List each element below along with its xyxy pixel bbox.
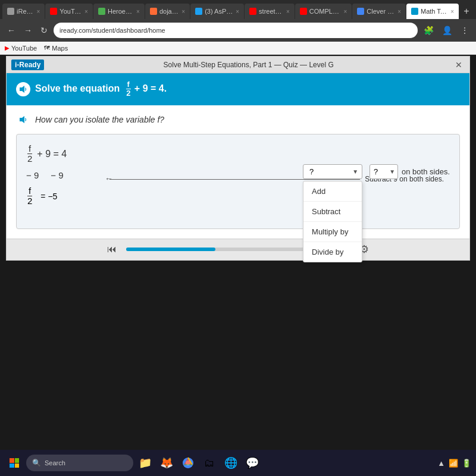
- profile-icon[interactable]: 👤: [440, 24, 455, 36]
- discord-icon: 💬: [246, 456, 259, 469]
- sub-speaker-icon[interactable]: [16, 112, 30, 127]
- tab-bar: iReady × YouTube × Heroes -C × doja cat …: [0, 0, 476, 19]
- speaker-icon[interactable]: [16, 82, 30, 96]
- address-bar[interactable]: iready.com/student/dashboard/home: [54, 23, 418, 38]
- bookmarks-bar: ▶ YouTube 🗺 Maps: [0, 42, 476, 55]
- subtract-terms: − 9 − 9: [26, 170, 64, 180]
- taskbar-app-chrome[interactable]: [178, 453, 198, 472]
- question-header: Solve the equation f 2 + 9 = 4.: [7, 73, 469, 105]
- taskbar-app-file-explorer[interactable]: 📁: [136, 453, 155, 472]
- tab-close-icon[interactable]: ×: [181, 8, 185, 15]
- tab-favicon: [249, 8, 256, 15]
- tab-close-icon[interactable]: ×: [286, 8, 290, 15]
- second-dropdown-wrapper: ? ▼: [369, 164, 398, 179]
- work-area: f 2 + 9 = 4 − 9 − 9 ← Subtract 9 on both…: [16, 134, 460, 229]
- reload-button[interactable]: ↻: [38, 24, 50, 36]
- tab-heroes[interactable]: Heroes -C ×: [93, 4, 145, 19]
- extensions-icon[interactable]: 🧩: [421, 24, 436, 36]
- file-explorer-icon: 📁: [139, 456, 152, 469]
- arrow-left-icon: ←: [105, 174, 113, 183]
- first-button[interactable]: ⏮: [107, 244, 117, 255]
- second-dropdown-value: ?: [374, 167, 378, 176]
- svg-marker-1: [20, 116, 24, 123]
- browser-chrome: iReady × YouTube × Heroes -C × doja cat …: [0, 0, 476, 42]
- system-tray: ▲ 📶 🔋: [437, 459, 471, 468]
- dropdown2-arrow-icon: ▼: [389, 168, 395, 175]
- tab-close-icon[interactable]: ×: [37, 8, 40, 15]
- windows-logo-icon: [10, 458, 19, 468]
- tab-label: Heroes -C: [108, 8, 134, 15]
- dropdown-option-divide[interactable]: Divide by: [303, 242, 362, 262]
- wifi-icon[interactable]: ▲: [437, 459, 445, 468]
- tab-favicon: [50, 8, 57, 15]
- dropdown1-arrow-icon: ▼: [352, 168, 358, 175]
- tab-label: Clever | Po: [367, 8, 395, 15]
- sub-question-row: How can you isolate the variable f?: [7, 105, 469, 134]
- question-text: Solve the equation f 2 + 9 = 4.: [35, 80, 167, 98]
- tab-doja[interactable]: doja cat ×: [145, 4, 190, 19]
- bookmark-youtube[interactable]: ▶ YouTube: [5, 45, 37, 52]
- chrome-icon: [182, 457, 194, 469]
- tab-label: COMPLETE: [309, 8, 342, 15]
- second-dropdown[interactable]: ? ▼: [369, 164, 398, 179]
- tab-asperse[interactable]: (3) AsPers: ×: [190, 4, 244, 19]
- taskbar-app-firefox2[interactable]: 🌐: [221, 453, 240, 472]
- tab-math[interactable]: Math To Di ×: [406, 4, 459, 19]
- tab-favicon: [98, 8, 105, 15]
- address-bar-row: ← → ↻ iready.com/student/dashboard/home …: [0, 19, 476, 42]
- tab-label: (3) AsPers:: [205, 8, 233, 15]
- progress-bar: [126, 248, 305, 251]
- tab-label: Math To Di: [421, 8, 448, 15]
- equation-rest-1: + 9 = 4: [37, 149, 67, 159]
- dropdown-option-subtract[interactable]: Subtract: [303, 202, 362, 222]
- tab-close-icon[interactable]: ×: [136, 8, 140, 15]
- taskbar-app-folder[interactable]: 🗂: [200, 453, 219, 472]
- tab-clever[interactable]: Clever | Po ×: [352, 4, 406, 19]
- iready-title: Solve Multi-Step Equations, Part 1 — Qui…: [44, 61, 453, 69]
- tab-label: iReady: [17, 8, 35, 15]
- tab-complete[interactable]: COMPLETE ×: [295, 4, 352, 19]
- firefox-icon: 🦊: [160, 456, 173, 469]
- tab-favicon: [411, 8, 418, 15]
- on-both-sides-label: on both sides.: [402, 167, 450, 176]
- browser-icon: 🌐: [224, 456, 237, 469]
- dropdown-area: ? ▼ Add Subtract Multiply by Divide by ?…: [303, 164, 450, 179]
- result-rest: = −5: [40, 192, 57, 201]
- subtract-left: − 9: [26, 170, 39, 180]
- tab-close-icon[interactable]: ×: [84, 8, 88, 15]
- tab-favicon: [300, 8, 307, 15]
- tab-label: doja cat: [159, 8, 179, 15]
- tab-close-icon[interactable]: ×: [343, 8, 347, 15]
- forward-button[interactable]: →: [21, 24, 35, 36]
- result-fraction-num: f: [27, 186, 32, 197]
- tab-close-icon[interactable]: ×: [450, 8, 454, 15]
- tab-favicon: [195, 8, 202, 15]
- fraction-numerator: f: [27, 144, 32, 155]
- more-options-icon[interactable]: ⋮: [458, 24, 471, 36]
- start-button[interactable]: [5, 453, 24, 472]
- taskbar-app-firefox[interactable]: 🦊: [157, 453, 176, 472]
- tab-close-icon[interactable]: ×: [236, 8, 239, 15]
- new-tab-button[interactable]: +: [459, 4, 474, 19]
- tab-close-icon[interactable]: ×: [397, 8, 401, 15]
- taskbar-app-discord[interactable]: 💬: [243, 453, 262, 472]
- dropdown-option-multiply[interactable]: Multiply by: [303, 222, 362, 242]
- arrow-line: ←: [109, 179, 360, 180]
- subtract-right: − 9: [51, 170, 63, 180]
- svg-marker-0: [20, 86, 24, 93]
- tab-label: streets (sl: [259, 8, 284, 15]
- dropdown-option-add[interactable]: Add: [303, 181, 362, 202]
- taskbar-search-bar[interactable]: 🔍 Search: [26, 455, 133, 471]
- tab-iready[interactable]: iReady ×: [2, 4, 45, 19]
- tab-youtube[interactable]: YouTube ×: [45, 4, 93, 19]
- fraction-denominator: 2: [26, 154, 33, 164]
- tab-favicon: [150, 8, 157, 15]
- back-button[interactable]: ←: [5, 24, 18, 36]
- tab-streets[interactable]: streets (sl ×: [245, 4, 295, 19]
- main-question-label: Solve the equation: [35, 83, 120, 93]
- first-dropdown[interactable]: ? ▼: [303, 164, 362, 179]
- bottom-bar: ⏮ ⏭ ⏸ ⚙: [7, 239, 469, 260]
- result-fraction-den: 2: [26, 196, 33, 206]
- iready-close-button[interactable]: ✕: [453, 59, 465, 71]
- bookmark-maps[interactable]: 🗺 Maps: [44, 45, 68, 52]
